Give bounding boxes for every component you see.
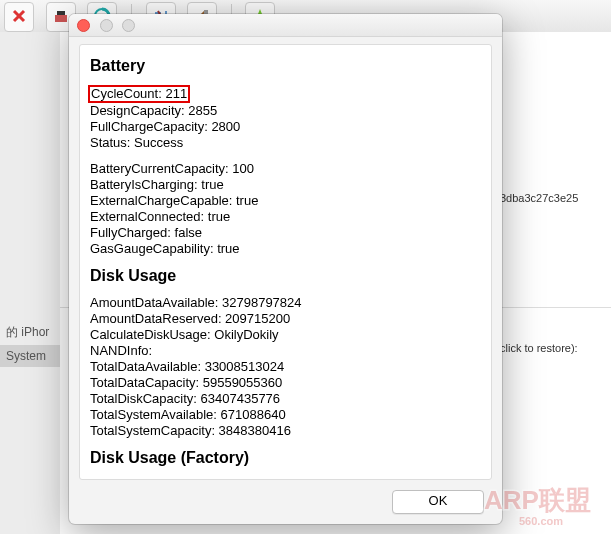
info-line: DesignCapacity: 2855: [90, 103, 481, 119]
svg-rect-3: [57, 11, 65, 15]
info-line: ExternalConnected: true: [90, 209, 481, 225]
toolbar-button[interactable]: [4, 2, 34, 32]
info-line: CycleCount: 211: [90, 85, 481, 103]
close-icon[interactable]: [77, 19, 90, 32]
titlebar[interactable]: [69, 14, 502, 37]
info-line: TotalSystemCapacity: 3848380416: [90, 423, 481, 439]
info-line: TotalDataCapacity: 59559055360: [90, 375, 481, 391]
info-line: AmountDataAvailable: 32798797824: [90, 295, 481, 311]
section-heading: Disk Usage: [90, 267, 481, 285]
minimize-icon: [100, 19, 113, 32]
info-line: BatteryCurrentCapacity: 100: [90, 161, 481, 177]
info-line: BatteryIsCharging: true: [90, 177, 481, 193]
info-group: CycleCount: 211DesignCapacity: 2855FullC…: [90, 85, 481, 151]
scroll-area[interactable]: BatteryCycleCount: 211DesignCapacity: 28…: [80, 45, 491, 479]
info-line: TotalDataAvailable: 33008513024: [90, 359, 481, 375]
background-sidebar: 的 iPhor System: [0, 32, 61, 534]
sidebar-row[interactable]: 的 iPhor: [0, 320, 60, 345]
info-line: FullChargeCapacity: 2800: [90, 119, 481, 135]
info-line: TotalSystemAvailable: 671088640: [90, 407, 481, 423]
info-group: AmountDataAvailable: 32798797824AmountDa…: [90, 477, 481, 479]
info-line: TotalDiskCapacity: 63407435776: [90, 391, 481, 407]
info-line: ExternalChargeCapable: true: [90, 193, 481, 209]
info-line: CalculateDiskUsage: OkilyDokily: [90, 327, 481, 343]
section-heading: Battery: [90, 57, 481, 75]
highlighted-value: CycleCount: 211: [88, 85, 190, 103]
info-line: Status: Success: [90, 135, 481, 151]
dialog-content: BatteryCycleCount: 211DesignCapacity: 28…: [79, 44, 492, 480]
info-line: NANDInfo:: [90, 343, 481, 359]
info-line: AmountDataAvailable: 32798797824: [90, 477, 481, 479]
info-line: GasGaugeCapability: true: [90, 241, 481, 257]
info-group: AmountDataAvailable: 32798797824AmountDa…: [90, 295, 481, 439]
svg-rect-2: [55, 15, 67, 22]
info-dialog: BatteryCycleCount: 211DesignCapacity: 28…: [69, 14, 502, 524]
hash-fragment: 3dba3c27c3e25: [500, 192, 578, 204]
info-group: BatteryCurrentCapacity: 100BatteryIsChar…: [90, 161, 481, 257]
section-heading: Disk Usage (Factory): [90, 449, 481, 467]
svg-text:560.com: 560.com: [519, 515, 563, 527]
maximize-icon: [122, 19, 135, 32]
restore-hint: click to restore):: [500, 342, 578, 354]
svg-text:ARP联盟: ARP联盟: [484, 485, 591, 515]
watermark: ARP联盟 ARP联盟 560.com: [479, 479, 609, 532]
sidebar-row[interactable]: System: [0, 345, 60, 367]
ok-button[interactable]: OK: [392, 490, 484, 514]
info-line: AmountDataReserved: 209715200: [90, 311, 481, 327]
info-line: FullyCharged: false: [90, 225, 481, 241]
